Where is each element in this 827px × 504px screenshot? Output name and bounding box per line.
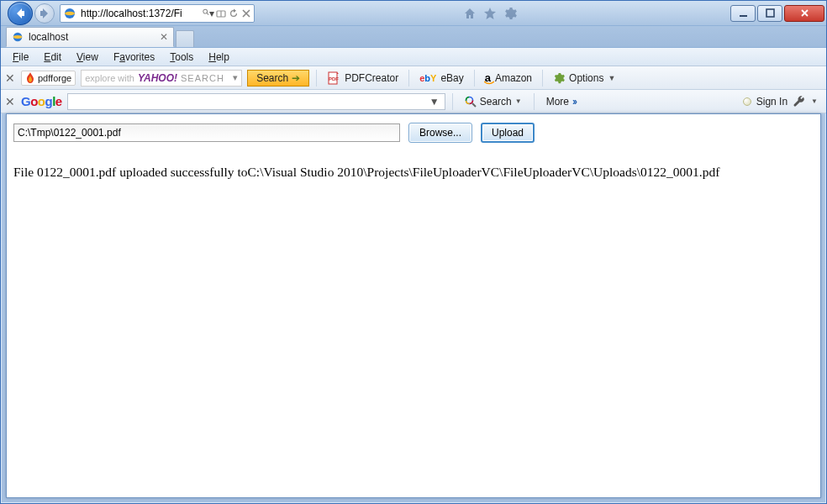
gear-icon <box>553 72 565 84</box>
toolbar-pdfforge: ✕ pdfforge explore with YAHOO! SEARCH ▾ … <box>1 66 826 90</box>
menu-bar: FFileile Edit View Favorites Tools Help <box>1 48 826 66</box>
menu-tools[interactable]: Tools <box>163 50 200 65</box>
ebay-icon: ebY <box>419 73 436 83</box>
compat-view-icon[interactable] <box>215 8 227 19</box>
signin-area: Sign In ▼ <box>743 95 823 108</box>
close-button[interactable] <box>784 5 824 22</box>
stop-icon[interactable] <box>240 8 252 19</box>
svg-rect-7 <box>766 9 774 17</box>
address-bar-buttons: ▾ <box>201 8 254 19</box>
upload-form: Browse... Upload <box>13 123 814 143</box>
go-arrow-icon: ➔ <box>292 72 300 84</box>
pdf-icon: PDF <box>327 71 340 85</box>
tab-strip: localhost ✕ <box>1 26 826 48</box>
title-right-icons <box>463 7 517 20</box>
signin-button[interactable]: Sign In <box>756 96 787 108</box>
titlebar: ▾ <box>1 1 826 26</box>
options-button[interactable]: Options ▼ <box>550 72 619 84</box>
nav-buttons <box>8 2 55 25</box>
yahoo-search-label: SEARCH <box>181 73 224 83</box>
dropdown-icon[interactable]: ▾ <box>233 72 238 83</box>
flame-icon <box>25 72 35 84</box>
ie-page-icon <box>63 7 76 20</box>
arrow-left-icon <box>13 7 27 20</box>
chevron-right-icon: ›› <box>572 96 576 108</box>
browser-window: ▾ localhost ✕ FFileile <box>0 0 827 504</box>
amazon-link[interactable]: a Amazon <box>482 71 535 84</box>
dropdown-icon: ▼ <box>515 97 522 105</box>
google-search-input[interactable] <box>68 96 424 108</box>
svg-line-16 <box>472 103 476 107</box>
minimize-button[interactable] <box>730 5 756 22</box>
dropdown-icon[interactable]: ▼ <box>811 97 818 105</box>
yahoo-placeholder: explore with <box>85 73 134 83</box>
google-search-label: Search <box>480 96 512 108</box>
google-search-button[interactable]: Search ▼ <box>460 96 527 108</box>
upload-button[interactable]: Upload <box>481 123 535 143</box>
menu-file[interactable]: FFileile <box>6 50 35 65</box>
menu-edit[interactable]: Edit <box>37 50 68 65</box>
forward-button[interactable] <box>34 3 55 24</box>
ie-page-icon <box>12 31 24 43</box>
back-button[interactable] <box>8 2 33 25</box>
wrench-icon[interactable] <box>793 95 806 108</box>
google-logo[interactable]: Google <box>21 94 62 108</box>
pdfcreator-link[interactable]: PDF PDFCreator <box>324 71 402 85</box>
divider <box>474 70 475 87</box>
menu-help[interactable]: Help <box>202 50 236 65</box>
divider <box>542 70 543 87</box>
menu-view[interactable]: View <box>70 50 105 65</box>
tools-gear-icon[interactable] <box>503 7 517 20</box>
search-button-label: Search <box>256 72 288 84</box>
address-bar[interactable]: ▾ <box>60 4 255 23</box>
search-icon <box>465 96 477 108</box>
refresh-icon[interactable] <box>228 8 240 19</box>
address-input[interactable] <box>79 8 201 19</box>
search-dropdown-icon[interactable]: ▾ <box>203 8 214 19</box>
maximize-button[interactable] <box>757 5 782 22</box>
toolbar-close-icon[interactable]: ✕ <box>4 71 16 85</box>
divider <box>452 93 453 110</box>
amazon-label: Amazon <box>495 72 532 84</box>
pdfforge-logo[interactable]: pdfforge <box>21 71 76 86</box>
window-controls <box>729 5 824 22</box>
more-label: More <box>546 96 569 108</box>
ebay-link[interactable]: ebY eBay <box>416 72 467 84</box>
file-path-input[interactable] <box>13 123 400 142</box>
ebay-label: eBay <box>440 72 463 84</box>
toolbar-google: ✕ Google ▼ Search ▼ More ›› Sign In ▼ <box>1 90 826 113</box>
divider <box>408 70 409 87</box>
divider <box>534 93 535 110</box>
dropdown-icon[interactable]: ▼ <box>424 96 445 108</box>
yahoo-logo: YAHOO! <box>138 72 177 84</box>
svg-point-9 <box>13 35 23 39</box>
svg-line-3 <box>207 13 208 14</box>
browse-button[interactable]: Browse... <box>408 123 472 143</box>
content-area: Browse... Upload File 0122_0001.pdf uplo… <box>6 113 821 498</box>
pdfcreator-label: PDFCreator <box>345 72 398 84</box>
svg-text:PDF: PDF <box>329 76 339 81</box>
dropdown-icon: ▼ <box>608 74 615 82</box>
amazon-icon: a <box>485 71 491 84</box>
upload-result-message: File 0122_0001.pdf uploaded successfully… <box>13 165 814 180</box>
tab-close-icon[interactable]: ✕ <box>160 31 168 43</box>
more-button[interactable]: More ›› <box>541 96 581 108</box>
divider <box>316 70 317 87</box>
pdfforge-label: pdfforge <box>38 73 71 83</box>
new-tab-button[interactable] <box>176 30 194 47</box>
svg-rect-6 <box>740 15 747 17</box>
yahoo-search-box[interactable]: explore with YAHOO! SEARCH ▾ <box>81 70 242 87</box>
page-body: Browse... Upload File 0122_0001.pdf uplo… <box>7 114 820 188</box>
yahoo-search-button[interactable]: Search ➔ <box>247 70 309 87</box>
arrow-right-icon <box>38 7 51 20</box>
svg-point-1 <box>65 11 75 14</box>
status-dot-icon <box>743 97 751 106</box>
google-search-box[interactable]: ▼ <box>67 93 445 110</box>
tab-active[interactable]: localhost ✕ <box>6 27 174 47</box>
tab-title: localhost <box>29 31 68 43</box>
toolbar-close-icon[interactable]: ✕ <box>4 95 16 108</box>
options-label: Options <box>569 72 603 84</box>
favorites-star-icon[interactable] <box>483 7 497 20</box>
home-icon[interactable] <box>463 7 477 20</box>
menu-favorites[interactable]: Favorites <box>107 50 161 65</box>
